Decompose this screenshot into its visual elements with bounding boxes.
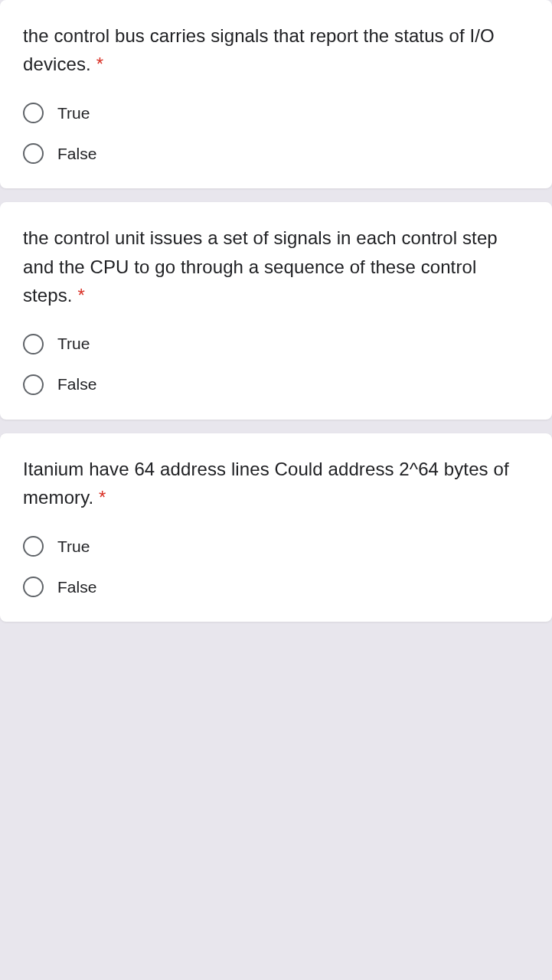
required-marker: * [96,54,103,74]
radio-option-true[interactable]: True [23,334,529,354]
radio-option-false[interactable]: False [23,374,529,395]
radio-icon [23,536,44,557]
question-prompt: the control unit issues a set of signals… [23,227,498,305]
question-prompt: Itanium have 64 address lines Could addr… [23,459,509,508]
radio-icon [23,334,44,354]
required-marker: * [99,487,106,508]
option-label: True [57,537,90,556]
radio-icon [23,103,44,123]
question-card: the control unit issues a set of signals… [0,202,552,420]
question-text: the control unit issues a set of signals… [23,224,529,309]
option-label: True [57,104,90,122]
radio-option-true[interactable]: True [23,103,529,123]
question-prompt: the control bus carries signals that rep… [23,25,495,74]
option-label: False [57,145,96,163]
radio-icon [23,143,44,164]
radio-option-false[interactable]: False [23,143,529,164]
radio-icon [23,374,44,395]
question-card: the control bus carries signals that rep… [0,0,552,188]
radio-option-true[interactable]: True [23,536,529,557]
option-label: True [57,335,90,353]
radio-icon [23,577,44,597]
option-label: False [57,578,96,596]
radio-option-false[interactable]: False [23,577,529,597]
required-marker: * [77,285,84,305]
question-text: the control bus carries signals that rep… [23,21,529,78]
option-label: False [57,375,96,394]
question-card: Itanium have 64 address lines Could addr… [0,433,552,622]
question-text: Itanium have 64 address lines Could addr… [23,455,529,511]
